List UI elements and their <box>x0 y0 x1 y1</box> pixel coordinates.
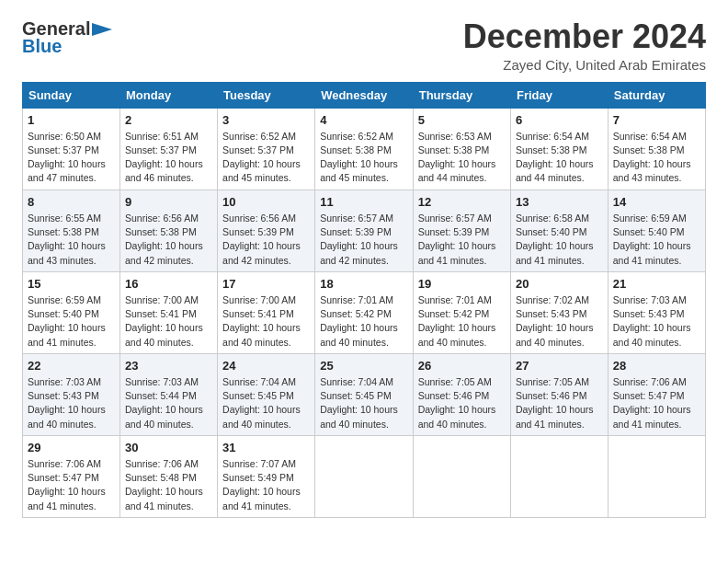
calendar-cell: 8Sunrise: 6:55 AM Sunset: 5:38 PM Daylig… <box>23 190 120 271</box>
logo-blue: Blue <box>22 36 62 57</box>
day-number: 24 <box>222 358 310 374</box>
header-wednesday: Wednesday <box>315 82 414 108</box>
day-info: Sunrise: 7:07 AM Sunset: 5:49 PM Dayligh… <box>222 457 310 513</box>
calendar-cell: 31Sunrise: 7:07 AM Sunset: 5:49 PM Dayli… <box>218 435 315 517</box>
calendar-cell: 21Sunrise: 7:03 AM Sunset: 5:43 PM Dayli… <box>608 271 705 353</box>
calendar-cell: 15Sunrise: 6:59 AM Sunset: 5:40 PM Dayli… <box>23 271 120 353</box>
calendar-week-row: 15Sunrise: 6:59 AM Sunset: 5:40 PM Dayli… <box>23 271 706 353</box>
calendar-cell: 20Sunrise: 7:02 AM Sunset: 5:43 PM Dayli… <box>510 271 608 353</box>
day-number: 10 <box>222 194 310 211</box>
calendar-table: SundayMondayTuesdayWednesdayThursdayFrid… <box>22 82 706 518</box>
day-info: Sunrise: 7:06 AM Sunset: 5:47 PM Dayligh… <box>613 375 700 431</box>
title-block: December 2024 Zayed City, United Arab Em… <box>463 18 706 73</box>
calendar-cell: 26Sunrise: 7:05 AM Sunset: 5:46 PM Dayli… <box>413 353 510 435</box>
calendar-cell: 27Sunrise: 7:05 AM Sunset: 5:46 PM Dayli… <box>510 353 608 435</box>
day-info: Sunrise: 7:00 AM Sunset: 5:41 PM Dayligh… <box>125 293 212 350</box>
calendar-cell: 14Sunrise: 6:59 AM Sunset: 5:40 PM Dayli… <box>608 190 705 271</box>
header-sunday: Sunday <box>23 82 120 108</box>
calendar-cell: 11Sunrise: 6:57 AM Sunset: 5:39 PM Dayli… <box>315 190 414 271</box>
calendar-cell: 2Sunrise: 6:51 AM Sunset: 5:37 PM Daylig… <box>120 108 218 190</box>
page-header: General Blue December 2024 Zayed City, U… <box>22 18 706 73</box>
day-number: 21 <box>613 276 700 293</box>
calendar-cell: 22Sunrise: 7:03 AM Sunset: 5:43 PM Dayli… <box>23 353 120 435</box>
day-number: 20 <box>516 276 603 293</box>
day-info: Sunrise: 6:52 AM Sunset: 5:37 PM Dayligh… <box>222 130 310 186</box>
calendar-cell: 24Sunrise: 7:04 AM Sunset: 5:45 PM Dayli… <box>218 353 315 435</box>
day-info: Sunrise: 6:57 AM Sunset: 5:39 PM Dayligh… <box>320 212 408 268</box>
calendar-cell: 9Sunrise: 6:56 AM Sunset: 5:38 PM Daylig… <box>120 190 218 271</box>
day-info: Sunrise: 7:04 AM Sunset: 5:45 PM Dayligh… <box>222 375 310 431</box>
day-number: 30 <box>125 440 212 456</box>
day-info: Sunrise: 6:50 AM Sunset: 5:37 PM Dayligh… <box>28 130 115 186</box>
day-info: Sunrise: 7:06 AM Sunset: 5:48 PM Dayligh… <box>125 457 212 513</box>
day-number: 12 <box>418 194 506 211</box>
calendar-cell: 7Sunrise: 6:54 AM Sunset: 5:38 PM Daylig… <box>608 108 705 190</box>
day-info: Sunrise: 6:54 AM Sunset: 5:38 PM Dayligh… <box>516 130 603 186</box>
calendar-cell: 13Sunrise: 6:58 AM Sunset: 5:40 PM Dayli… <box>510 190 608 271</box>
calendar-cell <box>315 435 414 517</box>
day-number: 8 <box>28 194 115 211</box>
day-info: Sunrise: 7:03 AM Sunset: 5:44 PM Dayligh… <box>125 375 212 431</box>
day-info: Sunrise: 6:59 AM Sunset: 5:40 PM Dayligh… <box>613 212 700 268</box>
calendar-cell: 3Sunrise: 6:52 AM Sunset: 5:37 PM Daylig… <box>218 108 315 190</box>
header-monday: Monday <box>120 82 218 108</box>
day-number: 17 <box>222 276 310 293</box>
day-number: 7 <box>613 112 700 129</box>
location-title: Zayed City, United Arab Emirates <box>463 57 706 73</box>
day-number: 6 <box>516 112 603 129</box>
calendar-cell: 17Sunrise: 7:00 AM Sunset: 5:41 PM Dayli… <box>218 271 315 353</box>
header-friday: Friday <box>510 82 608 108</box>
day-number: 2 <box>125 112 212 129</box>
day-info: Sunrise: 7:01 AM Sunset: 5:42 PM Dayligh… <box>418 293 506 350</box>
day-number: 22 <box>28 358 115 374</box>
day-number: 14 <box>613 194 700 211</box>
header-tuesday: Tuesday <box>218 82 315 108</box>
day-number: 3 <box>222 112 310 129</box>
calendar-week-row: 1Sunrise: 6:50 AM Sunset: 5:37 PM Daylig… <box>23 108 706 190</box>
calendar-week-row: 29Sunrise: 7:06 AM Sunset: 5:47 PM Dayli… <box>23 435 706 517</box>
logo-arrow-icon <box>92 23 112 36</box>
day-number: 5 <box>418 112 506 129</box>
header-thursday: Thursday <box>413 82 510 108</box>
header-saturday: Saturday <box>608 82 705 108</box>
calendar-cell: 30Sunrise: 7:06 AM Sunset: 5:48 PM Dayli… <box>120 435 218 517</box>
day-info: Sunrise: 6:51 AM Sunset: 5:37 PM Dayligh… <box>125 130 212 186</box>
day-info: Sunrise: 7:03 AM Sunset: 5:43 PM Dayligh… <box>613 293 700 350</box>
day-info: Sunrise: 7:02 AM Sunset: 5:43 PM Dayligh… <box>516 293 603 350</box>
svg-marker-0 <box>92 23 112 36</box>
day-number: 9 <box>125 194 212 211</box>
day-info: Sunrise: 6:54 AM Sunset: 5:38 PM Dayligh… <box>613 130 700 186</box>
calendar-cell: 29Sunrise: 7:06 AM Sunset: 5:47 PM Dayli… <box>23 435 120 517</box>
calendar-cell: 10Sunrise: 6:56 AM Sunset: 5:39 PM Dayli… <box>218 190 315 271</box>
day-number: 1 <box>28 112 115 129</box>
day-number: 29 <box>28 440 115 456</box>
calendar-cell: 25Sunrise: 7:04 AM Sunset: 5:45 PM Dayli… <box>315 353 414 435</box>
day-number: 11 <box>320 194 408 211</box>
calendar-cell: 6Sunrise: 6:54 AM Sunset: 5:38 PM Daylig… <box>510 108 608 190</box>
day-number: 27 <box>516 358 603 374</box>
calendar-cell <box>413 435 510 517</box>
calendar-cell: 5Sunrise: 6:53 AM Sunset: 5:38 PM Daylig… <box>413 108 510 190</box>
day-number: 15 <box>28 276 115 293</box>
day-info: Sunrise: 7:04 AM Sunset: 5:45 PM Dayligh… <box>320 375 408 431</box>
day-number: 4 <box>320 112 408 129</box>
day-info: Sunrise: 7:05 AM Sunset: 5:46 PM Dayligh… <box>516 375 603 431</box>
day-info: Sunrise: 7:03 AM Sunset: 5:43 PM Dayligh… <box>28 375 115 431</box>
day-info: Sunrise: 7:01 AM Sunset: 5:42 PM Dayligh… <box>320 293 408 350</box>
day-info: Sunrise: 7:00 AM Sunset: 5:41 PM Dayligh… <box>222 293 310 350</box>
calendar-cell: 23Sunrise: 7:03 AM Sunset: 5:44 PM Dayli… <box>120 353 218 435</box>
day-info: Sunrise: 6:58 AM Sunset: 5:40 PM Dayligh… <box>516 212 603 268</box>
day-number: 16 <box>125 276 212 293</box>
day-info: Sunrise: 7:05 AM Sunset: 5:46 PM Dayligh… <box>418 375 506 431</box>
calendar-cell <box>608 435 705 517</box>
day-info: Sunrise: 6:56 AM Sunset: 5:39 PM Dayligh… <box>222 212 310 268</box>
calendar-cell: 12Sunrise: 6:57 AM Sunset: 5:39 PM Dayli… <box>413 190 510 271</box>
calendar-week-row: 8Sunrise: 6:55 AM Sunset: 5:38 PM Daylig… <box>23 190 706 271</box>
calendar-cell: 28Sunrise: 7:06 AM Sunset: 5:47 PM Dayli… <box>608 353 705 435</box>
day-number: 25 <box>320 358 408 374</box>
day-info: Sunrise: 6:55 AM Sunset: 5:38 PM Dayligh… <box>28 212 115 268</box>
logo: General Blue <box>22 18 112 57</box>
day-number: 26 <box>418 358 506 374</box>
day-info: Sunrise: 6:59 AM Sunset: 5:40 PM Dayligh… <box>28 293 115 350</box>
calendar-header-row: SundayMondayTuesdayWednesdayThursdayFrid… <box>23 82 706 108</box>
